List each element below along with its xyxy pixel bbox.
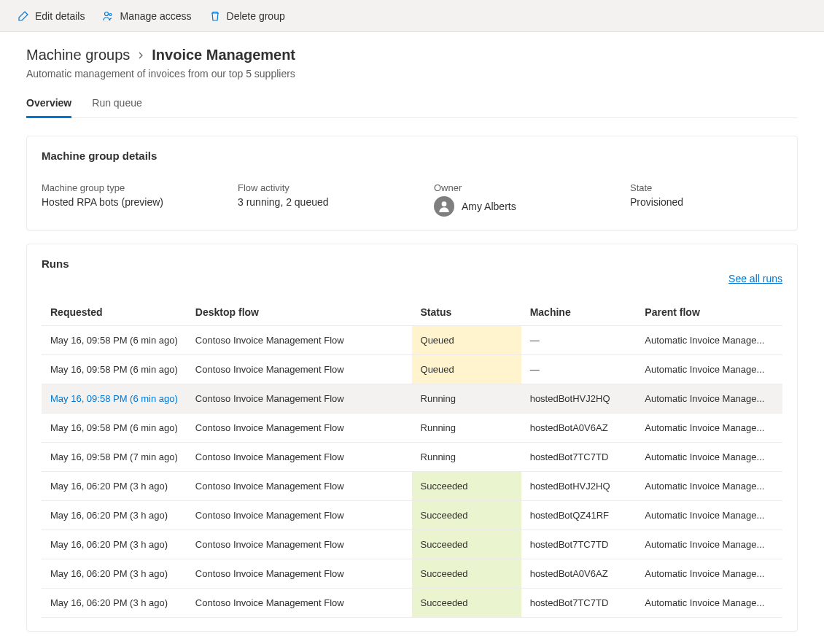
table-row[interactable]: May 16, 09:58 PM (7 min ago)Contoso Invo… <box>42 443 782 472</box>
col-status[interactable]: Status <box>412 299 521 326</box>
cell-parent: Automatic Invoice Manage... <box>636 589 782 618</box>
status-badge: Queued <box>412 326 521 354</box>
cell-parent: Automatic Invoice Manage... <box>636 326 782 355</box>
table-row[interactable]: May 16, 06:20 PM (3 h ago)Contoso Invoic… <box>42 472 782 501</box>
state-label: State <box>630 182 782 193</box>
status-badge: Succeeded <box>412 501 521 529</box>
cell-status: Running <box>412 443 521 472</box>
cell-machine: hostedBot7TC7TD <box>521 589 637 618</box>
cell-requested: May 16, 09:58 PM (6 min ago) <box>42 384 187 414</box>
delete-group-button[interactable]: Delete group <box>209 10 285 22</box>
col-parent[interactable]: Parent flow <box>636 299 782 326</box>
cell-status: Succeeded <box>412 501 521 530</box>
cell-status: Running <box>412 384 521 414</box>
cell-flow: Contoso Invoice Management Flow <box>187 326 412 355</box>
table-row[interactable]: May 16, 09:58 PM (6 min ago)Contoso Invo… <box>42 326 782 355</box>
cell-parent: Automatic Invoice Manage... <box>636 355 782 384</box>
cell-requested: May 16, 09:58 PM (6 min ago) <box>42 355 187 384</box>
status-badge: Succeeded <box>412 559 521 588</box>
cell-requested: May 16, 06:20 PM (3 h ago) <box>42 559 187 589</box>
cell-machine: hostedBotA0V6AZ <box>521 414 637 443</box>
table-row[interactable]: May 16, 06:20 PM (3 h ago)Contoso Invoic… <box>42 501 782 530</box>
cell-machine: hostedBot7TC7TD <box>521 443 637 472</box>
cell-parent: Automatic Invoice Manage... <box>636 384 782 414</box>
table-row[interactable]: May 16, 06:20 PM (3 h ago)Contoso Invoic… <box>42 589 782 618</box>
manage-access-button[interactable]: Manage access <box>102 10 191 22</box>
cell-flow: Contoso Invoice Management Flow <box>187 414 412 443</box>
cell-parent: Automatic Invoice Manage... <box>636 530 782 559</box>
cell-flow: Contoso Invoice Management Flow <box>187 501 412 530</box>
breadcrumb: Machine groups Invoice Management <box>26 47 798 63</box>
table-row[interactable]: May 16, 09:58 PM (6 min ago)Contoso Invo… <box>42 414 782 443</box>
cell-parent: Automatic Invoice Manage... <box>636 559 782 589</box>
cell-requested: May 16, 09:58 PM (7 min ago) <box>42 443 187 472</box>
command-bar: Edit details Manage access Delete group <box>0 0 824 32</box>
cell-flow: Contoso Invoice Management Flow <box>187 589 412 618</box>
see-all-runs-link[interactable]: See all runs <box>728 273 782 284</box>
tab-bar: Overview Run queue <box>26 97 798 118</box>
status-badge: Succeeded <box>412 472 521 500</box>
table-row[interactable]: May 16, 06:20 PM (3 h ago)Contoso Invoic… <box>42 559 782 589</box>
details-card-title: Machine group details <box>42 150 782 162</box>
cell-parent: Automatic Invoice Manage... <box>636 501 782 530</box>
cell-flow: Contoso Invoice Management Flow <box>187 559 412 589</box>
cell-status: Succeeded <box>412 472 521 501</box>
chevron-right-icon <box>137 50 144 61</box>
delete-group-label: Delete group <box>227 10 285 22</box>
table-row[interactable]: May 16, 09:58 PM (6 min ago)Contoso Invo… <box>42 355 782 384</box>
runs-table: Requested Desktop flow Status Machine Pa… <box>42 299 782 618</box>
cell-flow: Contoso Invoice Management Flow <box>187 443 412 472</box>
cell-requested: May 16, 06:20 PM (3 h ago) <box>42 530 187 559</box>
cell-status: Running <box>412 414 521 443</box>
breadcrumb-parent[interactable]: Machine groups <box>26 47 130 63</box>
cell-status: Succeeded <box>412 530 521 559</box>
page-title: Invoice Management <box>152 47 295 63</box>
cell-parent: Automatic Invoice Manage... <box>636 414 782 443</box>
col-requested[interactable]: Requested <box>42 299 187 326</box>
manage-access-label: Manage access <box>120 10 191 22</box>
edit-details-button[interactable]: Edit details <box>18 10 85 22</box>
edit-icon <box>18 10 29 22</box>
cell-machine: hostedBotA0V6AZ <box>521 559 637 589</box>
cell-parent: Automatic Invoice Manage... <box>636 443 782 472</box>
cell-status: Queued <box>412 355 521 384</box>
cell-status: Queued <box>412 326 521 355</box>
details-card: Machine group details Machine group type… <box>26 136 798 230</box>
col-machine[interactable]: Machine <box>521 299 637 326</box>
col-flow[interactable]: Desktop flow <box>187 299 412 326</box>
status-badge: Succeeded <box>412 530 521 559</box>
runs-card-title: Runs <box>42 257 69 270</box>
svg-point-1 <box>109 13 112 15</box>
cell-machine: hostedBot7TC7TD <box>521 530 637 559</box>
cell-machine: — <box>521 326 637 355</box>
tab-runqueue[interactable]: Run queue <box>92 97 142 117</box>
svg-point-2 <box>442 201 447 206</box>
cell-machine: hostedBotQZ41RF <box>521 501 637 530</box>
activity-label: Flow activity <box>238 182 390 193</box>
cell-requested: May 16, 09:58 PM (6 min ago) <box>42 414 187 443</box>
owner-value: Amy Alberts <box>462 201 516 212</box>
avatar <box>434 196 454 217</box>
owner-label: Owner <box>434 182 586 193</box>
cell-requested: May 16, 06:20 PM (3 h ago) <box>42 472 187 501</box>
state-value: Provisioned <box>630 196 782 208</box>
table-row[interactable]: May 16, 06:20 PM (3 h ago)Contoso Invoic… <box>42 530 782 559</box>
edit-details-label: Edit details <box>35 10 85 22</box>
people-icon <box>102 10 114 22</box>
cell-requested: May 16, 06:20 PM (3 h ago) <box>42 501 187 530</box>
svg-point-0 <box>105 12 109 15</box>
cell-flow: Contoso Invoice Management Flow <box>187 530 412 559</box>
page-description: Automatic management of invoices from ou… <box>26 68 798 79</box>
table-row[interactable]: May 16, 09:58 PM (6 min ago)Contoso Invo… <box>42 384 782 414</box>
activity-value: 3 running, 2 queued <box>238 196 390 208</box>
status-badge: Queued <box>412 355 521 384</box>
cell-machine: hostedBotHVJ2HQ <box>521 472 637 501</box>
tab-overview[interactable]: Overview <box>26 97 71 117</box>
trash-icon <box>209 10 221 22</box>
cell-parent: Automatic Invoice Manage... <box>636 472 782 501</box>
type-label: Machine group type <box>42 182 194 193</box>
cell-status: Succeeded <box>412 559 521 589</box>
cell-machine: hostedBotHVJ2HQ <box>521 384 637 414</box>
person-icon <box>438 200 451 213</box>
cell-flow: Contoso Invoice Management Flow <box>187 384 412 414</box>
